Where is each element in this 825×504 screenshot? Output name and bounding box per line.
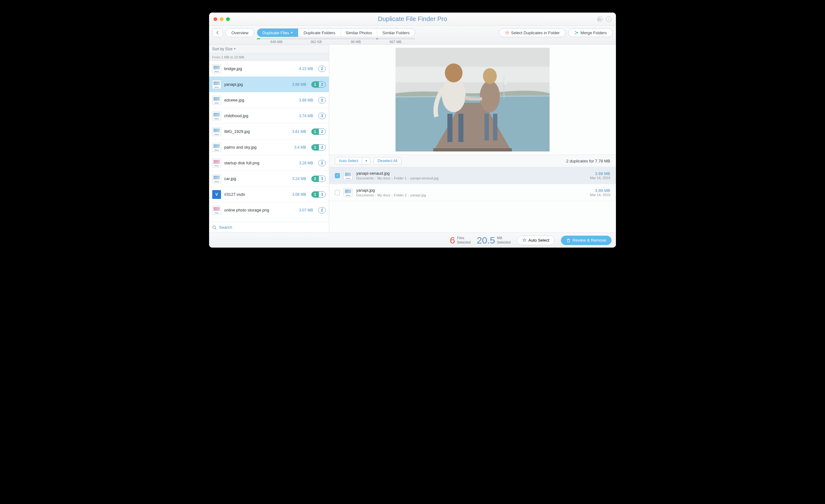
detail-toolbar: Auto Select ▼ Deselect All 2 duplicates … [329,155,616,167]
footer: 6 FilesSelected 20.5 MBSelected Auto Sel… [209,233,616,248]
titlebar: Duplicate File Finder Pro i [209,13,616,26]
select-duplicates-in-folder-button[interactable]: Select Duplicates in Folder [499,28,566,37]
svg-point-9 [442,78,466,112]
count-badge: 2 [318,160,326,166]
app-window: Duplicate File Finder Pro i Overview Dup… [209,13,616,248]
file-name: yanapi.jpg [224,82,289,87]
preview-image [395,48,549,152]
file-size: 3.07 MB [299,208,313,213]
file-name: IMG_1929.jpg [224,129,289,134]
search-input[interactable] [219,225,326,230]
file-size: 3.61 MB [292,130,306,134]
duplicate-date: Mar 14, 2019 [590,193,610,197]
file-row[interactable]: PNGstartup disk full.png3.28 MB2 [209,155,329,171]
chevron-down-icon: ▼ [290,31,293,34]
count-badge-group: 12 [311,81,326,88]
preview-area [329,45,616,155]
checkbox[interactable]: ✓ [335,173,340,178]
back-button[interactable] [212,28,223,37]
svg-point-2 [213,226,216,229]
sort-dropdown[interactable]: Sort by Size▼ [209,45,329,54]
svg-rect-4 [395,67,549,82]
count-badge-group: 23 [311,176,326,182]
file-icon: JPEG [344,188,353,197]
file-size: 3.28 MB [299,161,313,165]
duplicate-list: ✓JPEGyanapi-senaud.jpgDocuments›My docs›… [329,167,616,233]
duplicate-row[interactable]: JPEGyanapi.jpgDocuments›My docs›Folder 2… [329,184,616,201]
file-icon: JPEG [212,143,221,152]
svg-point-13 [480,81,500,112]
tab-progress: 96 MB [336,38,375,44]
file-icon: V [212,190,221,199]
deselect-all-button[interactable]: Deselect All [374,157,401,165]
file-list: JPEGbridge.jpg4.15 MB2JPEGyanapi.jpg3.89… [209,61,329,222]
count-badge-group: 12 [311,144,326,151]
file-row[interactable]: JPEGIMG_1929.jpg3.61 MB12 [209,124,329,140]
file-size: 3.88 MB [299,98,313,102]
count-badge: 2 [318,207,326,214]
file-name: childhood.jpg [224,113,296,118]
file-size: 3.74 MB [299,114,313,118]
duplicate-name: yanapi.jpg [356,188,586,193]
file-icon: JPEG [212,96,221,105]
svg-rect-8 [433,148,512,152]
file-row[interactable]: JPEGbridge.jpg4.15 MB2 [209,61,329,77]
file-name: online photo storage.png [224,208,296,213]
svg-rect-15 [484,114,489,141]
tab-similar-photos[interactable]: Similar Photos [341,28,378,37]
review-remove-button[interactable]: Review & Remove [561,236,611,245]
search-icon [212,225,217,230]
svg-point-14 [483,68,497,84]
svg-rect-16 [493,114,498,141]
files-selected-stat: 6 FilesSelected [450,235,471,246]
file-icon: PNG [212,159,221,167]
file-icon: JPEG [212,111,221,120]
file-icon: JPEG [212,64,221,73]
size-range-header: From 1 MB to 10 MB [209,54,329,61]
chevron-down-icon: ▼ [362,157,370,164]
count-badge-group: 12 [311,129,326,135]
auto-select-dropdown[interactable]: Auto Select ▼ [335,157,370,165]
svg-rect-12 [458,114,463,142]
zoom-icon[interactable] [226,17,230,21]
file-row[interactable]: JPEGedceee.jpg3.88 MB2 [209,92,329,108]
duplicate-name: yanapi-senaud.jpg [356,171,586,176]
file-row[interactable]: JPEGyanapi.jpg3.89 MB12 [209,77,329,92]
merge-folders-button[interactable]: Merge Folders [568,28,613,37]
auto-select-button[interactable]: Auto Select [517,236,555,245]
file-row[interactable]: JPEGpalms and sky.jpg3.4 MB12 [209,140,329,155]
file-row[interactable]: V#3127.vsdx3.08 MB13 [209,187,329,202]
duplicate-row[interactable]: ✓JPEGyanapi-senaud.jpgDocuments›My docs›… [329,167,616,184]
checkbox[interactable] [335,190,340,195]
count-badge: 3 [318,113,326,119]
file-row[interactable]: JPEGcar.jpg3.24 MB23 [209,171,329,187]
chevron-down-icon: ▼ [234,48,236,50]
tab-duplicate-files[interactable]: Duplicate Files▼ [257,28,298,37]
tab-progress: 507 MB [376,38,415,44]
overview-button[interactable]: Overview [225,28,254,37]
close-icon[interactable] [214,17,217,21]
main-panel: Auto Select ▼ Deselect All 2 duplicates … [329,45,616,233]
traffic-lights [209,17,230,21]
file-size: 3.08 MB [292,192,306,197]
file-icon: JPEG [344,171,353,180]
rss-icon[interactable] [597,16,603,22]
tab-progress: 362 KB [297,38,335,44]
file-name: edceee.jpg [224,98,296,102]
duplicate-path: Documents›My docs›Folder 1›yanapi-senaud… [356,176,586,180]
info-icon[interactable]: i [606,16,611,22]
duplicates-summary: 2 duplicates for 7.78 MB [566,159,610,163]
toolbar: Overview Duplicate Files▼Duplicate Folde… [209,26,616,45]
tab-duplicate-folders[interactable]: Duplicate Folders [298,28,341,37]
minimize-icon[interactable] [220,17,224,21]
file-icon: JPEG [212,174,221,183]
tab-similar-folders[interactable]: Similar Folders [377,28,415,37]
sidebar: Sort by Size▼ From 1 MB to 10 MB JPEGbri… [209,45,329,233]
file-row[interactable]: JPEGchildhood.jpg3.74 MB3 [209,108,329,124]
file-icon: JPEG [212,80,221,89]
file-size: 3.89 MB [292,82,306,87]
file-row[interactable]: PNGonline photo storage.png3.07 MB2 [209,202,329,218]
file-size: 4.15 MB [299,67,313,71]
svg-rect-11 [447,114,452,142]
tab-progress: 649 MB [257,38,296,44]
